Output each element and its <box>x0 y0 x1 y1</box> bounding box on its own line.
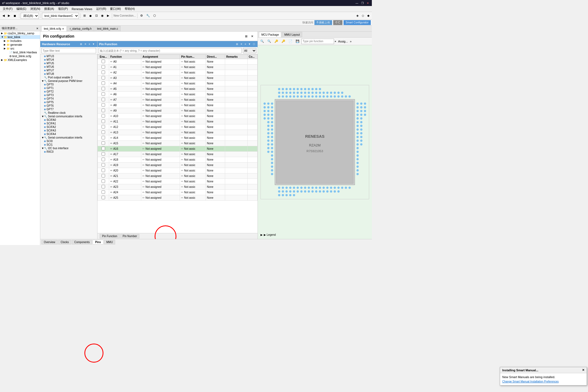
cell-enable[interactable] <box>98 130 109 135</box>
pf-tool5[interactable]: ⬡ <box>252 42 256 46</box>
row-checkbox[interactable] <box>102 141 105 145</box>
hw-mtu6[interactable]: MTU6 <box>40 65 97 69</box>
row-checkbox[interactable] <box>102 71 105 74</box>
table-row[interactable]: ✏A4 ✏Not assigned ✏Not assic None <box>98 81 258 86</box>
row-checkbox[interactable] <box>102 109 105 112</box>
tree-generate[interactable]: ▶ 📁 generate <box>0 43 40 47</box>
nav-pins[interactable]: Pins <box>93 240 103 244</box>
nav-clocks[interactable]: Clocks <box>58 240 71 244</box>
row-checkbox[interactable] <box>102 60 105 63</box>
row-checkbox[interactable] <box>102 185 105 188</box>
hw-gpt4[interactable]: GPT4 <box>40 97 97 100</box>
cell-enable[interactable] <box>98 70 109 75</box>
tab-pin-function[interactable]: Pin Function <box>100 234 120 238</box>
table-row[interactable]: ✏A16 ✏Not assigned ✏Not assic None <box>98 146 258 152</box>
row-checkbox[interactable] <box>102 103 105 107</box>
menu-search[interactable]: 搜索(A) <box>42 6 56 11</box>
row-checkbox[interactable] <box>102 125 105 128</box>
nav-mmu[interactable]: MMU <box>104 240 115 244</box>
cell-enable[interactable] <box>98 173 109 179</box>
row-checkbox[interactable] <box>102 76 105 79</box>
hw-collapse-btn[interactable]: ≡ <box>88 42 91 46</box>
toolbar-misc5[interactable]: ◇ <box>360 13 365 19</box>
toolbar-forward[interactable]: ▶ <box>7 13 11 19</box>
table-row[interactable]: ✏A0 ✏Not assigned ✏Not assic None <box>98 59 258 65</box>
title-bar-controls[interactable]: — ❐ ✕ <box>355 1 370 5</box>
table-row[interactable]: ✏A25 ✏Not assigned ✏Not assic None <box>98 195 258 201</box>
cell-enable[interactable] <box>98 119 109 124</box>
pin-config-tool2[interactable]: ✕ <box>250 33 255 39</box>
pin-func-filter-select[interactable]: All <box>243 48 256 53</box>
hw-mtu7[interactable]: MTU7 <box>40 69 97 72</box>
menu-file[interactable]: 文件(F) <box>1 6 14 11</box>
toolbar-misc2[interactable]: 🔧 <box>145 13 151 19</box>
table-row[interactable]: ✏A2 ✏Not assigned ✏Not assic None <box>98 70 258 75</box>
tree-rza2m[interactable]: ▶ 📁 rza2m_blinky_samp <box>0 31 40 35</box>
row-checkbox[interactable] <box>102 169 105 172</box>
hw-i2c-group[interactable]: ▼ 🔧I2C bus interface <box>40 146 97 150</box>
tab-scfg[interactable]: test_blink.scfg ✕ <box>41 26 67 31</box>
hw-gpt6[interactable]: GPT6 <box>40 104 97 108</box>
hw-scifa0[interactable]: SCIFA0 <box>40 118 97 122</box>
tab-pin-number[interactable]: Pin Number <box>120 234 140 238</box>
cell-enable[interactable] <box>98 146 109 152</box>
cell-enable[interactable] <box>98 97 109 103</box>
cell-enable[interactable] <box>98 163 109 168</box>
table-row[interactable]: ✏A8 ✏Not assigned ✏Not assic None <box>98 103 258 108</box>
pf-tool3[interactable]: ≡ <box>244 42 247 46</box>
tab-main[interactable]: test_blink_main.c <box>94 26 120 31</box>
mcu-btn1[interactable]: 🔍 <box>259 38 265 44</box>
cell-enable[interactable] <box>98 92 109 97</box>
maximize-btn[interactable]: ❐ <box>360 1 364 5</box>
hw-filter-btn[interactable]: ▼ <box>91 42 96 46</box>
legend-area[interactable]: ▶ ▶ Legend <box>261 233 276 236</box>
toolbar-misc3[interactable]: ⬡ <box>152 13 157 19</box>
row-checkbox[interactable] <box>102 87 105 90</box>
c-btn[interactable]: © C <box>333 20 342 25</box>
row-checkbox[interactable] <box>102 158 105 161</box>
table-row[interactable]: ✏A14 ✏Not assigned ✏Not assic None <box>98 135 258 141</box>
tree-scfg[interactable]: ⚙ test_blink.scfg <box>0 54 40 58</box>
pin-func-filter-input[interactable] <box>99 48 242 53</box>
close-explorer-icon[interactable]: ✕ <box>36 27 38 30</box>
toolbar-btn3[interactable]: ⊡ <box>94 13 99 19</box>
table-row[interactable]: ✏A7 ✏Not assigned ✏Not assic None <box>98 97 258 103</box>
row-checkbox[interactable] <box>102 163 105 167</box>
cell-enable[interactable] <box>98 114 109 119</box>
minimize-btn[interactable]: — <box>355 1 359 5</box>
pin-config-tool1[interactable]: ⊞ <box>244 33 249 39</box>
hw-scifa3[interactable]: SCIFA3 <box>40 129 97 132</box>
mcu-assign-btn[interactable]: Assig... <box>337 38 349 44</box>
hw-gpt0[interactable]: GPT0 <box>40 83 97 86</box>
hw-gpt2[interactable]: GPT2 <box>40 90 97 93</box>
table-row[interactable]: ✏A22 ✏Not assigned ✏Not assic None <box>98 179 258 184</box>
hw-scifa4[interactable]: SCIFA4 <box>40 132 97 136</box>
hw-sci0[interactable]: SCI0 <box>40 139 97 143</box>
mcu-btn2[interactable]: 🔍 <box>266 38 272 44</box>
menu-project[interactable]: 项目(P) <box>56 6 70 11</box>
table-row[interactable]: ✏A20 ✏Not assigned ✏Not assic None <box>98 168 258 173</box>
table-row[interactable]: ✏A18 ✏Not assigned ✏Not assic None <box>98 157 258 163</box>
hw-mtu3[interactable]: MTU3 <box>40 54 97 58</box>
hw-gpt5[interactable]: GPT5 <box>40 100 97 104</box>
cell-enable[interactable] <box>98 179 109 184</box>
mcu-tab-package[interactable]: MCU Package <box>259 32 281 37</box>
cell-enable[interactable] <box>98 103 109 108</box>
cell-enable[interactable] <box>98 81 109 86</box>
toolbar-misc6[interactable]: ◆ <box>366 13 371 19</box>
nav-overview[interactable]: Overview <box>41 240 58 244</box>
toolbar-btn4[interactable]: ◉ <box>100 13 105 19</box>
tree-src[interactable]: ▶ 📁 src <box>0 47 40 50</box>
hw-poe3[interactable]: 🔧Port output enable 3 <box>40 76 97 79</box>
pf-tool4[interactable]: ▼ <box>247 42 252 46</box>
row-checkbox[interactable] <box>102 174 105 177</box>
toolbar-btn1[interactable]: ⊞ <box>82 13 87 19</box>
cell-enable[interactable] <box>98 75 109 81</box>
menu-help[interactable]: 帮助(H) <box>123 6 136 11</box>
tree-xml[interactable]: ▶ 📁 XMLExamples <box>0 58 40 62</box>
menu-run[interactable]: 运行(R) <box>94 6 108 11</box>
hw-scifa-group[interactable]: ▼ 🔧Serial communication interfa <box>40 115 97 118</box>
row-checkbox[interactable] <box>102 98 105 101</box>
menu-navigate[interactable]: 浏览(N) <box>29 6 42 11</box>
table-row[interactable]: ✏A13 ✏Not assigned ✏Not assic None <box>98 130 258 135</box>
